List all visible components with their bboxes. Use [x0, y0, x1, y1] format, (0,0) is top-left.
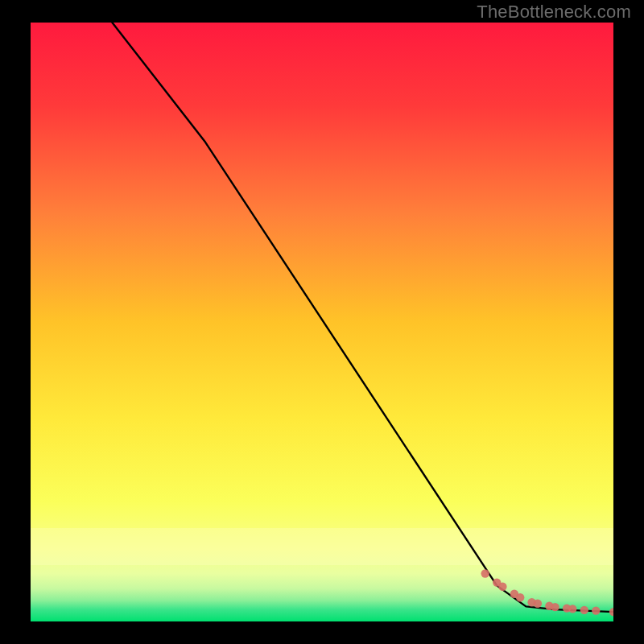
data-point: [481, 569, 489, 577]
data-point: [580, 606, 588, 614]
data-point: [498, 583, 506, 591]
data-point: [534, 600, 542, 608]
data-point: [592, 606, 600, 614]
data-point: [516, 593, 524, 601]
chart-stage: TheBottleneck.com: [0, 0, 644, 644]
data-point: [551, 603, 559, 611]
plot-area: [31, 23, 613, 621]
pale-band: [31, 528, 613, 565]
data-point: [568, 605, 576, 613]
watermark-text: TheBottleneck.com: [477, 2, 631, 23]
chart-svg: [31, 23, 613, 621]
